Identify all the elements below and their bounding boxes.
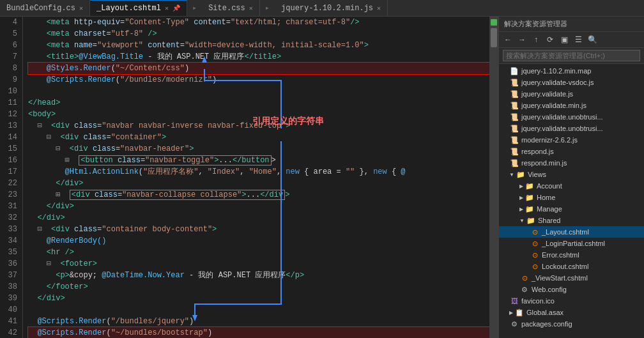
tree-item-jqvalidunob1[interactable]: 📜 jquery.validate.unobtrusi... (499, 111, 644, 123)
se-properties-btn[interactable]: ☰ (572, 33, 585, 46)
se-forward-btn[interactable]: → (516, 33, 528, 46)
tree-item-label: Home (537, 194, 555, 201)
code-line-4: <meta http-equiv="Content-Type" content=… (28, 17, 489, 28)
folder-icon: 📁 (525, 204, 535, 214)
tab-label: jquery-1.10.2.min.js (281, 4, 373, 13)
code-line-9: @Scripts.Render("/bundles/modernizr") (28, 74, 489, 86)
tree-item-viewstart[interactable]: ⊙ _ViewStart.cshtml (499, 272, 644, 284)
tree-item-loginpartial[interactable]: ⊙ _LoginPartial.cshtml (499, 238, 644, 249)
code-line-38: </footer> (28, 281, 489, 293)
tree-item-label: Account (537, 182, 562, 190)
tab-layout[interactable]: _Layout.cshtml ✕ 📌 (90, 0, 187, 16)
tab-label: BundleConfig.cs (6, 4, 75, 13)
tree-item-favicon[interactable]: 🖼 favicon.ico (499, 295, 644, 307)
editor-area: 4 5 6 7 8 9 10 11 12 13 14 15 16 17 22 2… (0, 17, 498, 338)
code-line-40 (28, 304, 489, 316)
html-icon: ⊙ (530, 261, 540, 272)
tree-item-respond[interactable]: 📜 respond.js (499, 146, 644, 157)
html-icon: ⊙ (519, 273, 530, 283)
tree-item-jqvalidmin[interactable]: 📜 jquery.validate.min.js (499, 100, 644, 111)
close-icon[interactable]: ✕ (79, 4, 83, 12)
code-line-41: @Scripts.Render("/bundles/jquery") (28, 316, 489, 327)
js-icon: 📜 (509, 89, 519, 99)
tree-item-label: Lockout.cshtml (542, 263, 588, 270)
tree-item-label: favicon.ico (521, 297, 555, 305)
code-line-42: @Scripts.Render("~/bundles/bootstrap") (28, 327, 489, 338)
tree-item-account[interactable]: ▶ 📁 Account (499, 180, 644, 192)
code-line-32: </div> (28, 212, 489, 224)
expand-arrow: ▶ (519, 183, 523, 189)
close-icon[interactable]: ✕ (249, 4, 253, 12)
code-line-10 (28, 86, 489, 97)
code-line-39: </div> (28, 293, 489, 304)
tab-label: Site.css (208, 4, 245, 13)
code-line-34: @RenderBody() (28, 235, 489, 247)
code-line-7: <title>@ViewBag.Title - 我的 ASP.NET 应用程序<… (28, 51, 489, 63)
tree-item-views[interactable]: ▼ 📁 Views (499, 169, 644, 180)
close-icon[interactable]: ✕ (377, 4, 381, 12)
se-search-input[interactable] (503, 50, 640, 61)
tree-item-map[interactable]: 📄 jquery-1.10.2.min.map (499, 65, 644, 77)
scroll-thumb[interactable] (491, 28, 497, 47)
tree-item-label: modernizr-2.6.2.js (521, 136, 578, 144)
tree-item-globalasax[interactable]: ▶ 📋 Global.asax (499, 307, 644, 318)
tree-item-label: jquery.validate.js (521, 90, 573, 98)
tree-item-error[interactable]: ⊙ Error.cshtml (499, 249, 644, 261)
tree-item-label: Global.asax (526, 309, 564, 316)
tree-item-respondmin[interactable]: 📜 respond.min.js (499, 157, 644, 169)
tree-item-lockout[interactable]: ⊙ Lockout.cshtml (499, 261, 644, 272)
tree-item-home[interactable]: ▶ 📁 Home (499, 192, 644, 203)
js-icon: 📜 (509, 77, 519, 88)
folder-icon: 📁 (525, 192, 535, 203)
code-line-22: </div> (28, 178, 489, 189)
scroll-check-indicator (491, 19, 497, 26)
tab-bundleconfig[interactable]: BundleConfig.cs ✕ (0, 0, 90, 16)
se-collapse-btn[interactable]: ▣ (558, 33, 571, 46)
se-search-btn[interactable]: 🔍 (586, 33, 599, 46)
js-icon: 📜 (509, 123, 519, 134)
tree-item-label: Error.cshtml (542, 251, 579, 259)
tree-item-label: jquery.validate-vsdoc.js (521, 79, 594, 86)
js-icon: 📜 (509, 135, 519, 145)
tree-item-layout[interactable]: ⊙ _Layout.cshtml (499, 226, 644, 238)
tab-label: _Layout.cshtml (96, 4, 161, 13)
close-icon[interactable]: ✕ (165, 4, 169, 12)
folder-icon: 📁 (516, 169, 526, 180)
expand-arrow: ▼ (519, 218, 525, 224)
tree-item-webconfig[interactable]: ⚙ Web.config (499, 284, 644, 295)
tree-item-jqvalid[interactable]: 📜 jquery.validate.js (499, 88, 644, 100)
tree-item-manage[interactable]: ▶ 📁 Manage (499, 203, 644, 215)
tree-item-label: jquery-1.10.2.min.map (521, 67, 591, 75)
solution-explorer: 解决方案资源管理器 ← → ↑ ⟳ ▣ ☰ 🔍 📄 jquery-1.10.2.… (498, 17, 644, 338)
se-refresh-btn[interactable]: ⟳ (544, 33, 556, 46)
tree-item-modernizr[interactable]: 📜 modernizr-2.6.2.js (499, 134, 644, 146)
code-line-16: ⊞ <button class="navbar-toggle">...</but… (28, 155, 489, 166)
code-line-8: @Styles.Render("~/Content/css") (28, 63, 489, 74)
tree-item-jqvalidvsdoc[interactable]: 📜 jquery.validate-vsdoc.js (499, 77, 644, 88)
tab-pin-icon: 📌 (172, 4, 180, 12)
se-back-btn[interactable]: ← (502, 33, 514, 46)
code-line-13: ⊟ <div class="navbar navbar-inverse navb… (28, 120, 489, 132)
code-editor[interactable]: <meta http-equiv="Content-Type" content=… (23, 17, 489, 338)
tree-item-label: _ViewStart.cshtml (532, 274, 588, 282)
code-line-23: ⊞ <div class="navbar-collapse collapse">… (28, 189, 489, 201)
tree-item-label: respond.min.js (521, 159, 567, 167)
js-icon: 📜 (509, 146, 519, 157)
tree-item-shared[interactable]: ▼ 📁 Shared (499, 215, 644, 226)
config-icon: ⚙ (519, 284, 530, 295)
se-up-btn[interactable]: ↑ (530, 33, 542, 46)
tree-item-label: Views (528, 171, 546, 178)
tab-sitecss[interactable]: Site.css ✕ (202, 0, 260, 16)
main-layout: 4 5 6 7 8 9 10 11 12 13 14 15 16 17 22 2… (0, 17, 644, 338)
scrollbar[interactable] (489, 17, 498, 338)
tree-item-pkgconfig[interactable]: ⚙ packages.config (499, 318, 644, 330)
tree-item-label: packages.config (521, 320, 572, 328)
code-line-5: <meta charset="utf-8" /> (28, 28, 489, 40)
xml-icon: ⚙ (509, 319, 519, 329)
tree-item-label: jquery.validate.unobtrusi... (521, 125, 603, 132)
expand-arrow: ▼ (509, 172, 514, 178)
tree-item-jqvalidunob2[interactable]: 📜 jquery.validate.unobtrusi... (499, 123, 644, 134)
tab-jquery[interactable]: jquery-1.10.2.min.js ✕ (275, 0, 388, 16)
code-line-12: <body> (28, 109, 489, 120)
code-line-15: ⊟ <div class="navbar-header"> (28, 143, 489, 155)
